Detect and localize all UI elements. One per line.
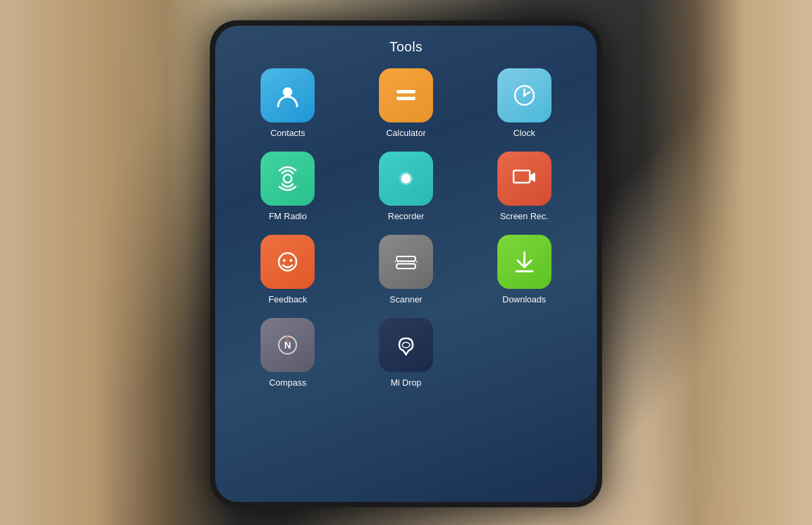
midrop-icon: [379, 318, 433, 372]
svg-point-13: [290, 259, 292, 262]
phone-screen: Tools Contacts: [215, 26, 597, 502]
svg-rect-1: [397, 90, 415, 93]
app-item-downloads[interactable]: Downloads: [472, 235, 577, 304]
compass-icon: N: [261, 318, 315, 372]
calculator-label: Calculator: [386, 128, 426, 138]
downloads-icon: [497, 235, 551, 289]
apps-grid: Contacts Calculator: [235, 68, 577, 388]
svg-rect-10: [514, 170, 530, 183]
downloads-label: Downloads: [503, 294, 546, 304]
contacts-label: Contacts: [271, 128, 305, 138]
app-item-feedback[interactable]: Feedback: [235, 235, 340, 304]
compass-label: Compass: [269, 378, 307, 388]
recorder-icon: [379, 152, 433, 206]
svg-rect-2: [397, 97, 415, 100]
app-item-contacts[interactable]: Contacts: [235, 68, 340, 138]
screenrec-label: Screen Rec.: [500, 211, 549, 221]
app-item-compass[interactable]: N Compass: [235, 318, 340, 388]
scanner-label: Scanner: [390, 294, 422, 304]
app-item-scanner[interactable]: Scanner: [354, 235, 459, 304]
clock-icon: [497, 68, 551, 122]
fmradio-label: FM Radio: [269, 211, 307, 221]
page-title: Tools: [389, 39, 422, 55]
calculator-icon: [379, 68, 433, 122]
app-item-calculator[interactable]: Calculator: [354, 68, 459, 138]
hand-right: [643, 0, 812, 525]
svg-point-9: [401, 174, 411, 183]
feedback-label: Feedback: [269, 294, 307, 304]
clock-label: Clock: [513, 128, 535, 138]
feedback-icon: [261, 235, 315, 289]
app-item-midrop[interactable]: Mi Drop: [354, 318, 459, 388]
screenrec-icon: [497, 152, 551, 206]
app-item-screenrec[interactable]: Screen Rec.: [472, 152, 577, 221]
app-item-fmradio[interactable]: FM Radio: [235, 152, 340, 221]
hand-left: [0, 0, 237, 525]
phone-frame: Tools Contacts: [210, 20, 602, 507]
svg-rect-15: [397, 264, 415, 269]
app-item-clock[interactable]: Clock: [472, 68, 577, 138]
recorder-label: Recorder: [388, 211, 424, 221]
fmradio-icon: [261, 152, 315, 206]
svg-point-12: [283, 259, 286, 262]
svg-text:N: N: [284, 340, 291, 350]
contacts-icon: [261, 68, 315, 122]
svg-point-7: [284, 175, 292, 183]
svg-rect-14: [397, 256, 415, 261]
svg-point-6: [523, 94, 526, 97]
scanner-icon: [379, 235, 433, 289]
svg-point-0: [283, 87, 292, 97]
app-item-recorder[interactable]: Recorder: [354, 152, 459, 221]
background-scene: Tools Contacts: [0, 0, 812, 525]
midrop-label: Mi Drop: [390, 378, 422, 388]
